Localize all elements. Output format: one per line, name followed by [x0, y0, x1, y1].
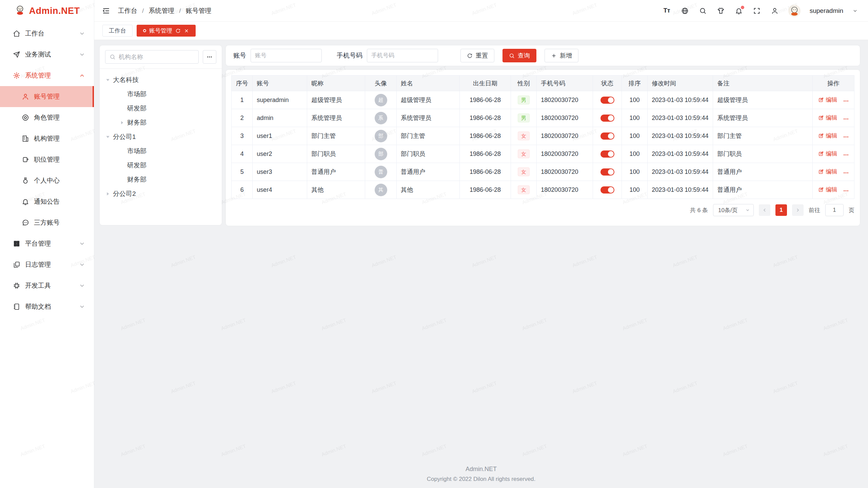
avatar: 其: [375, 184, 387, 196]
nickname-cell: 部门职员: [307, 145, 365, 163]
phone-cell: 18020030720: [537, 163, 593, 181]
book-icon: [13, 303, 20, 310]
font-size-icon[interactable]: Tт: [663, 6, 671, 15]
page-size-select[interactable]: 10条/页: [713, 204, 754, 216]
sidebar-item-平台管理[interactable]: 平台管理: [0, 233, 94, 254]
refresh-icon[interactable]: [175, 28, 181, 34]
edit-icon: [818, 187, 824, 192]
sidebar-item-通知公告[interactable]: 通知公告: [0, 191, 94, 212]
tree-node-分公司2[interactable]: 分公司2: [100, 187, 222, 201]
goto-page-input[interactable]: [825, 204, 844, 216]
column-header-修改时间: 修改时间: [648, 76, 713, 91]
avatar: 系: [375, 112, 387, 124]
more-actions-button[interactable]: [843, 188, 849, 194]
edit-button[interactable]: 编辑: [818, 132, 837, 140]
nickname-cell: 部门主管: [307, 127, 365, 145]
close-icon[interactable]: [184, 28, 189, 34]
fullscreen-icon[interactable]: [752, 6, 761, 15]
status-toggle[interactable]: [600, 150, 614, 158]
more-actions-button[interactable]: [843, 134, 849, 140]
tree-node-市场部[interactable]: 市场部: [100, 87, 222, 101]
notification-bell-icon[interactable]: [734, 6, 743, 15]
edit-button[interactable]: 编辑: [818, 186, 837, 194]
row-index: 3: [232, 127, 253, 145]
add-button[interactable]: 新增: [545, 49, 578, 62]
phone-cell: 18020030720: [537, 127, 593, 145]
more-actions-button[interactable]: [843, 98, 849, 104]
sidebar-item-label: 个人中心: [34, 176, 85, 185]
sidebar-item-开发工具[interactable]: 开发工具: [0, 275, 94, 296]
tab-account-management[interactable]: 账号管理: [137, 25, 196, 37]
more-actions-button[interactable]: [843, 152, 849, 158]
status-toggle[interactable]: [600, 115, 614, 122]
collapse-sidebar-icon[interactable]: [102, 6, 111, 15]
more-actions-button[interactable]: [843, 116, 849, 122]
edit-button[interactable]: 编辑: [818, 114, 837, 122]
tree-more-button[interactable]: [203, 50, 216, 64]
sidebar-item-工作台[interactable]: 工作台: [0, 23, 94, 44]
caret-right-icon[interactable]: [105, 191, 111, 197]
sidebar-item-职位管理[interactable]: 职位管理: [0, 149, 94, 170]
sidebar-item-角色管理[interactable]: 角色管理: [0, 107, 94, 128]
sidebar-item-业务测试[interactable]: 业务测试: [0, 44, 94, 65]
language-icon[interactable]: [680, 6, 689, 15]
sidebar-item-日志管理[interactable]: 日志管理: [0, 254, 94, 275]
birthdate-cell: 1986-06-28: [459, 91, 511, 109]
sidebar-item-系统管理[interactable]: 系统管理: [0, 65, 94, 86]
footer: Admin.NET Copyright © 2022 Dilon All rig…: [94, 466, 868, 483]
caret-down-icon[interactable]: [105, 77, 111, 83]
theme-shirt-icon[interactable]: [716, 6, 725, 15]
page-content: 大名科技市场部研发部财务部分公司1市场部研发部财务部分公司2 账号 手机号码 重…: [94, 40, 868, 488]
edit-button[interactable]: 编辑: [818, 168, 837, 176]
next-page-button[interactable]: [792, 204, 804, 216]
account-filter-input[interactable]: [251, 49, 322, 62]
more-actions-button[interactable]: [843, 170, 849, 176]
edit-icon: [818, 133, 824, 139]
order-cell: 100: [622, 163, 647, 181]
username[interactable]: superadmin: [810, 7, 843, 15]
actions-cell: 编辑: [813, 163, 854, 181]
caret-right-icon[interactable]: [119, 120, 125, 125]
breadcrumb-item[interactable]: 工作台: [118, 6, 137, 15]
status-toggle[interactable]: [600, 133, 614, 140]
current-page-button[interactable]: 1: [775, 204, 787, 216]
sidebar-item-账号管理[interactable]: 账号管理: [0, 86, 94, 107]
column-header-头像: 头像: [365, 76, 397, 91]
tree-node-研发部[interactable]: 研发部: [100, 101, 222, 116]
sidebar-item-个人中心[interactable]: 个人中心: [0, 170, 94, 191]
chevron-down-icon[interactable]: [852, 8, 858, 14]
sidebar-item-机构管理[interactable]: 机构管理: [0, 128, 94, 149]
sidebar-item-三方账号[interactable]: 三方账号: [0, 212, 94, 233]
tree-node-研发部[interactable]: 研发部: [100, 158, 222, 172]
search-button[interactable]: 查询: [502, 49, 536, 62]
sidebar-item-帮助文档[interactable]: 帮助文档: [0, 296, 94, 317]
account-cell: superadmin: [253, 91, 307, 109]
tree-node-大名科技[interactable]: 大名科技: [100, 73, 222, 87]
tree-node-财务部[interactable]: 财务部: [100, 172, 222, 187]
status-toggle[interactable]: [600, 168, 614, 176]
tab-workbench[interactable]: 工作台: [102, 25, 133, 37]
status-toggle[interactable]: [600, 186, 614, 194]
edit-button[interactable]: 编辑: [818, 96, 837, 104]
column-header-状态: 状态: [593, 76, 622, 91]
tree-node-分公司1[interactable]: 分公司1: [100, 130, 222, 144]
edit-button[interactable]: 编辑: [818, 150, 837, 158]
breadcrumb-item[interactable]: 系统管理: [149, 6, 174, 15]
user-avatar[interactable]: [788, 5, 801, 17]
tree-node-财务部[interactable]: 财务部: [100, 116, 222, 130]
table-row: 1superadmin超级管理员超超级管理员1986-06-28男1802003…: [232, 91, 854, 109]
actions-cell: 编辑: [813, 109, 854, 127]
reset-button[interactable]: 重置: [460, 49, 494, 62]
search-icon[interactable]: [698, 6, 707, 15]
phone-filter-input[interactable]: [367, 49, 438, 62]
caret-down-icon[interactable]: [105, 134, 111, 140]
tree-node-市场部[interactable]: 市场部: [100, 144, 222, 158]
sidebar-item-label: 机构管理: [34, 134, 85, 143]
user-outline-icon[interactable]: [770, 6, 779, 15]
phone-cell: 18020030720: [537, 181, 593, 199]
org-search-input[interactable]: [119, 54, 194, 61]
chat-icon: [22, 219, 29, 226]
status-toggle[interactable]: [600, 97, 614, 104]
prev-page-button[interactable]: [759, 204, 770, 216]
tags-view-bar: 工作台 账号管理: [94, 22, 868, 40]
